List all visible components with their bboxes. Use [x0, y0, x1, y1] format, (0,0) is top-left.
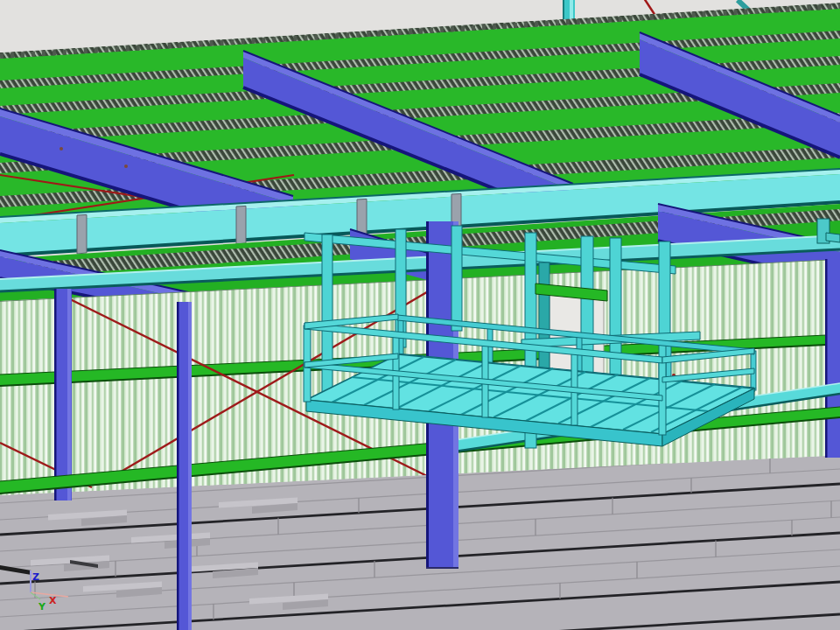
column-left-full-height[interactable]: [177, 302, 192, 630]
x-axis-label: X: [49, 595, 57, 606]
corner-column-left[interactable]: [54, 289, 72, 500]
y-axis-label: Y: [38, 601, 46, 612]
z-axis-label: Z: [32, 571, 39, 583]
cad-3d-viewport[interactable]: Z X Y: [0, 0, 840, 630]
column-right-edge[interactable]: [825, 259, 840, 458]
